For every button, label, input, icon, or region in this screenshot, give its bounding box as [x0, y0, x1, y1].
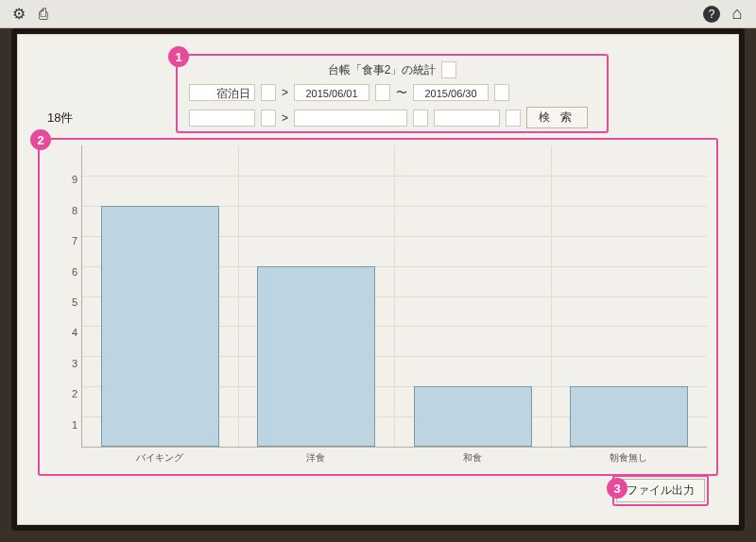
- bar: [257, 266, 375, 447]
- result-count: 18件: [47, 110, 73, 127]
- date-to-input[interactable]: 2015/06/30: [413, 84, 489, 101]
- x-tick-label: 朝食無し: [610, 451, 647, 465]
- y-tick-label: 2: [62, 388, 77, 399]
- date-from-input[interactable]: 2015/06/01: [294, 84, 369, 101]
- tilde-symbol: 〜: [396, 85, 407, 101]
- x-tick-label: 和食: [463, 451, 482, 465]
- extra-dropdown-3[interactable]: [506, 110, 521, 127]
- chart-plot: [81, 145, 707, 448]
- x-tick-label: バイキング: [136, 451, 183, 465]
- callout-badge-1: 1: [168, 46, 189, 67]
- gt-symbol-2: >: [282, 111, 288, 125]
- extra-field-1[interactable]: [189, 110, 255, 127]
- date-label: 宿泊日: [189, 84, 255, 101]
- y-tick-label: 5: [62, 296, 77, 308]
- y-tick-label: 7: [62, 235, 77, 246]
- main-panel: 1 2 3 18件 台帳「食事2」の統計 宿泊日 > 2015/06/01 〜 …: [11, 28, 745, 531]
- bar-cell: [552, 145, 708, 447]
- y-tick-label: 1: [62, 419, 77, 431]
- gt-symbol: >: [282, 86, 288, 99]
- bar-cell: [395, 145, 552, 447]
- bar-cell: [239, 145, 396, 447]
- bar: [570, 386, 688, 447]
- y-tick-label: 9: [62, 174, 77, 185]
- filter-date-row: 宿泊日 > 2015/06/01 〜 2015/06/30: [189, 84, 595, 101]
- y-tick-label: 4: [62, 327, 77, 338]
- x-tick-label: 洋食: [306, 451, 325, 465]
- home-icon[interactable]: ⌂: [730, 7, 745, 22]
- print-icon[interactable]: ⎙: [36, 7, 51, 22]
- date-from-picker[interactable]: [375, 84, 390, 101]
- y-tick-label: 3: [62, 358, 77, 369]
- panel-inner: 1 2 3 18件 台帳「食事2」の統計 宿泊日 > 2015/06/01 〜 …: [25, 42, 731, 517]
- filter-section: 台帳「食事2」の統計 宿泊日 > 2015/06/01 〜 2015/06/30…: [176, 54, 609, 133]
- filter-extra-row: > 検 索: [189, 107, 595, 128]
- top-toolbar: ⚙ ⎙ ? ⌂: [0, 0, 756, 28]
- callout-badge-2: 2: [30, 129, 51, 150]
- extra-dropdown-1[interactable]: [261, 110, 276, 127]
- help-icon[interactable]: ?: [703, 6, 720, 23]
- y-tick-label: 6: [62, 266, 77, 278]
- y-tick-label: 8: [62, 205, 77, 216]
- bar: [414, 386, 532, 447]
- title-dropdown[interactable]: [441, 61, 456, 78]
- export-button[interactable]: ファイル出力: [616, 479, 705, 502]
- bars-container: [82, 145, 707, 447]
- chart-area: 123456789バイキング洋食和食朝食無し: [38, 138, 718, 476]
- search-button[interactable]: 検 索: [526, 107, 588, 128]
- bar-cell: [82, 145, 239, 447]
- filter-title-row: 台帳「食事2」の統計: [189, 61, 595, 78]
- filter-title: 台帳「食事2」の統計: [328, 62, 437, 78]
- extra-field-3[interactable]: [434, 110, 500, 127]
- extra-field-2[interactable]: [294, 110, 407, 127]
- bar: [101, 206, 219, 447]
- date-to-picker[interactable]: [494, 84, 509, 101]
- callout-badge-3: 3: [607, 478, 627, 499]
- gear-icon[interactable]: ⚙: [11, 7, 26, 22]
- extra-dropdown-2[interactable]: [413, 110, 428, 127]
- date-type-dropdown[interactable]: [261, 84, 276, 101]
